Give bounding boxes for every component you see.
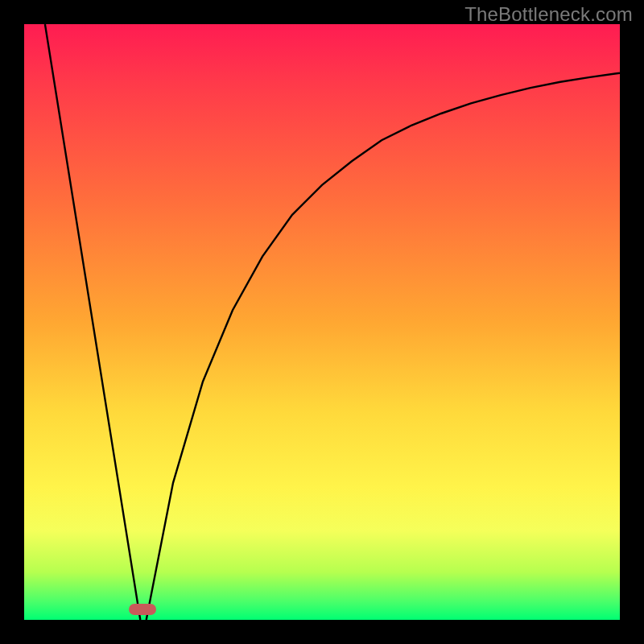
plot-area <box>24 24 620 620</box>
vertex-marker <box>129 604 156 615</box>
curve-path <box>45 24 620 620</box>
watermark-text: TheBottleneck.com <box>464 3 633 26</box>
chart-frame: TheBottleneck.com <box>0 0 644 644</box>
bottleneck-curve <box>24 24 620 620</box>
